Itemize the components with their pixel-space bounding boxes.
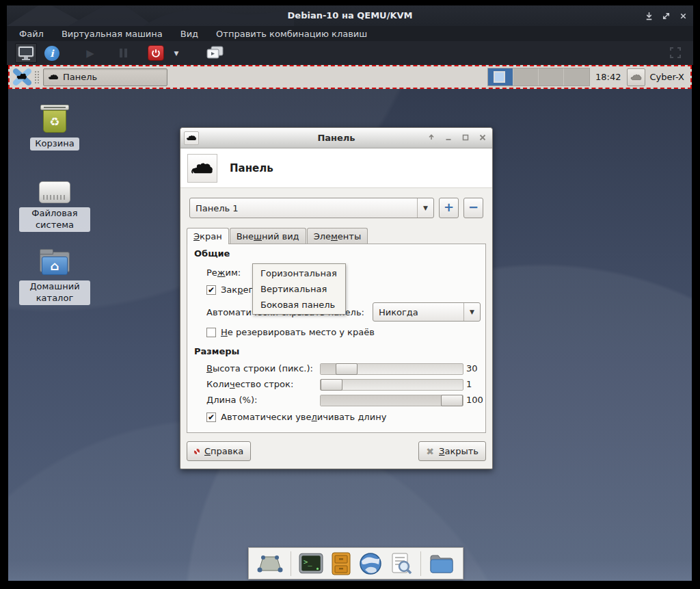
applications-menu-xfce-logo-icon[interactable] — [13, 68, 31, 86]
row-height-slider[interactable] — [320, 363, 463, 375]
checkbox[interactable]: ✔ — [206, 285, 216, 295]
web-browser-globe-icon[interactable] — [359, 552, 382, 575]
section-sizes: Размеры — [194, 346, 239, 356]
harddisk-icon — [39, 181, 70, 203]
host-close-icon[interactable] — [679, 12, 688, 21]
trash-icon: ♻ — [40, 105, 69, 133]
fullscreen-icon[interactable] — [670, 47, 681, 58]
length-label: Длина (%): — [206, 395, 257, 405]
dock-separator — [291, 551, 291, 576]
dialog-header-title: Панель — [230, 162, 273, 174]
dialog-tabs: Экран Внешний вид Элементы — [187, 228, 492, 244]
screenshot-root: { "host": { "title": "Debian-10 на QEMU/… — [0, 0, 700, 589]
host-toolbar: i ▶ ▼ — [7, 41, 693, 65]
home-folder-icon: ⌂ — [40, 252, 70, 276]
mode-option-horizontal[interactable]: Горизонтальная — [253, 265, 345, 281]
checkbox[interactable] — [206, 328, 216, 337]
close-icon[interactable] — [479, 133, 487, 143]
length-value: 100 — [466, 395, 483, 405]
desktop-icon-label: Файловая система — [19, 207, 90, 232]
mode-label: Режим: — [206, 267, 241, 278]
workspace-1[interactable] — [488, 68, 513, 86]
add-panel-button[interactable]: + — [439, 198, 459, 218]
row-height-label: Высота строки (пикс.): — [206, 363, 313, 374]
workspace-4[interactable] — [564, 68, 589, 86]
rows-count-slider[interactable] — [320, 379, 463, 391]
show-desktop-icon[interactable] — [257, 553, 283, 574]
maximize-icon[interactable] — [461, 133, 470, 143]
tab-items[interactable]: Элементы — [307, 228, 368, 244]
rows-count-value: 1 — [466, 379, 472, 389]
panel-preferences-dialog: Панель Панель Панель 1 + − Экран — [180, 127, 493, 469]
row-height-value: 30 — [466, 363, 478, 374]
file-cabinet-icon[interactable] — [331, 552, 351, 575]
mode-option-deskbar[interactable]: Боковая панель — [253, 297, 345, 313]
desktop-icon-trash[interactable]: ♻ Корзина — [14, 105, 96, 150]
host-resize-icon[interactable] — [662, 12, 671, 21]
panel-clock: 18:42 — [595, 72, 621, 82]
menu-file[interactable]: Файл — [19, 29, 44, 39]
vm-info-icon[interactable]: i — [41, 43, 63, 63]
autohide-combobox[interactable]: Никогда — [373, 302, 481, 322]
workspace-3[interactable] — [539, 68, 564, 86]
dialog-header: Панель — [180, 148, 492, 188]
minimize-icon[interactable] — [444, 133, 453, 143]
shutdown-menu-caret-icon[interactable]: ▼ — [171, 43, 180, 63]
menu-send-key[interactable]: Отправить комбинацию клавиш — [216, 29, 367, 39]
app-finder-icon[interactable] — [390, 552, 413, 575]
rows-count-label: Количество строк: — [206, 379, 293, 389]
bottom-dock-panel: >_ — [248, 547, 463, 579]
menu-virtual-machine[interactable]: Виртуальная машина — [62, 29, 163, 39]
terminal-icon[interactable]: >_ — [299, 553, 323, 575]
desktop-icon-label: Домашний каталог — [19, 280, 90, 305]
run-icon[interactable]: ▶ — [79, 43, 101, 63]
desktop-icon-filesystem[interactable]: Файловая система — [14, 181, 96, 232]
session-mouse-button[interactable] — [627, 68, 645, 86]
host-titlebar: Debian-10 на QEMU/KVM — [7, 5, 693, 26]
checkbox[interactable]: ✔ — [206, 413, 216, 422]
tab-display[interactable]: Экран — [187, 228, 229, 244]
shutdown-icon[interactable] — [145, 43, 167, 63]
dock-separator — [420, 551, 421, 576]
panel-grip-handle[interactable] — [34, 70, 39, 84]
file-manager-folder-icon[interactable] — [429, 553, 455, 575]
taskbar-window-button[interactable]: Панель — [43, 68, 167, 86]
length-slider[interactable] — [320, 395, 463, 406]
xfce-mouse-icon — [630, 73, 642, 81]
reserve-border-label: Не резервировать место у краёв — [221, 327, 375, 337]
menu-view[interactable]: Вид — [180, 29, 198, 39]
remove-panel-button[interactable]: − — [463, 198, 483, 218]
reserve-border-checkbox-row[interactable]: Не резервировать место у краёв — [206, 327, 375, 337]
grow-length-label: Автоматически увеличивать длину — [221, 412, 386, 422]
grow-length-checkbox-row[interactable]: ✔ Автоматически увеличивать длину — [206, 412, 386, 422]
dialog-titlebar[interactable]: Панель — [180, 128, 492, 148]
user-host-label[interactable]: Cyber-X — [650, 72, 684, 82]
panel-select-combobox[interactable]: Панель 1 — [189, 198, 434, 218]
host-minimize-icon[interactable] — [645, 12, 654, 21]
taskbar-button-label: Панель — [63, 72, 97, 82]
chevron-down-icon — [417, 198, 433, 218]
section-general: Общие — [194, 248, 230, 259]
xfce-mouse-icon — [187, 154, 217, 183]
desktop-icon-home[interactable]: ⌂ Домашний каталог — [14, 252, 96, 305]
chevron-down-icon — [463, 303, 480, 321]
mode-option-vertical[interactable]: Вертикальная — [253, 281, 345, 297]
close-button[interactable]: ✖ Закрыть — [418, 441, 486, 461]
virtual-displays-icon[interactable] — [204, 43, 226, 63]
panel-selector-row: Панель 1 + − — [180, 188, 492, 228]
svg-text:>_: >_ — [304, 558, 312, 566]
xfce-mouse-icon — [48, 73, 59, 81]
host-window-title: Debian-10 на QEMU/KVM — [7, 5, 693, 26]
pause-icon[interactable] — [112, 43, 134, 63]
console-monitor-icon[interactable] — [15, 43, 37, 63]
close-x-icon: ✖ — [426, 446, 434, 457]
guest-desktop: Панель 18:42 Cyber-X ♻ Корзина Файловая … — [8, 65, 692, 581]
workspace-2[interactable] — [513, 68, 539, 86]
shade-icon[interactable] — [427, 133, 435, 143]
help-button[interactable]: Справка — [187, 441, 251, 461]
tab-appearance[interactable]: Внешний вид — [230, 228, 306, 244]
tab-page-display: Общие Режим: ✔ Закрепить панель Автомати… — [187, 244, 486, 433]
dialog-action-area: Справка ✖ Закрыть — [180, 434, 492, 469]
desktop-icon-label: Корзина — [30, 138, 79, 150]
workspace-pager — [487, 68, 590, 86]
